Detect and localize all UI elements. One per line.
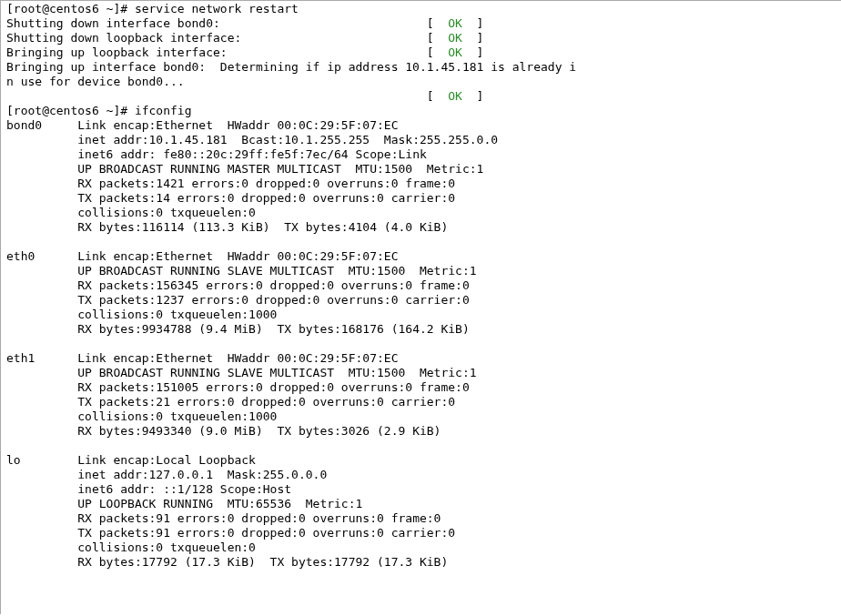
iface-line: TX packets:91 errors:0 dropped:0 overrun… — [77, 526, 455, 540]
iface-line: TX packets:21 errors:0 dropped:0 overrun… — [77, 395, 455, 409]
iface-line: collisions:0 txqueuelen:1000 — [77, 409, 277, 423]
iface-name: eth1 — [6, 351, 35, 365]
iface-line: TX packets:14 errors:0 dropped:0 overrun… — [77, 191, 455, 205]
cmd: ifconfig — [135, 104, 192, 117]
status-line — [6, 89, 427, 103]
iface-name: bond0 — [6, 118, 42, 132]
iface-line: RX packets:156345 errors:0 dropped:0 ove… — [77, 278, 469, 292]
iface-line: RX packets:151005 errors:0 dropped:0 ove… — [77, 380, 469, 394]
iface-line: UP BROADCAST RUNNING MASTER MULTICAST MT… — [77, 162, 483, 176]
iface-line: collisions:0 txqueuelen:0 — [77, 540, 256, 554]
status-ok: OK — [448, 89, 462, 103]
iface-line: inet6 addr: fe80::20c:29ff:fe5f:7ec/64 S… — [77, 147, 427, 161]
iface-line: Link encap:Ethernet HWaddr 00:0C:29:5F:0… — [77, 351, 398, 365]
status-line: Shutting down loopback interface: — [6, 31, 427, 45]
iface-line: RX packets:1421 errors:0 dropped:0 overr… — [77, 177, 455, 190]
status-line: Shutting down interface bond0: — [6, 16, 427, 30]
prompt: [root@centos6 ~]# — [6, 104, 127, 117]
iface-line: UP LOOPBACK RUNNING MTU:65536 Metric:1 — [77, 497, 362, 510]
iface-line: RX bytes:116114 (113.3 KiB) TX bytes:410… — [77, 220, 448, 234]
status-line: Bringing up loopback interface: — [6, 45, 427, 59]
iface-name: eth0 — [6, 249, 35, 263]
iface-line: Link encap:Ethernet HWaddr 00:0C:29:5F:0… — [77, 118, 398, 132]
status-ok: OK — [448, 45, 462, 59]
iface-line: inet addr:10.1.45.181 Bcast:10.1.255.255… — [77, 133, 498, 146]
iface-line: UP BROADCAST RUNNING SLAVE MULTICAST MTU… — [77, 264, 476, 278]
iface-line: inet addr:127.0.0.1 Mask:255.0.0.0 — [77, 468, 327, 481]
iface-line: UP BROADCAST RUNNING SLAVE MULTICAST MTU… — [77, 366, 476, 379]
iface-name: lo — [6, 453, 21, 467]
status-ok: OK — [448, 16, 462, 30]
iface-line: TX packets:1237 errors:0 dropped:0 overr… — [77, 293, 469, 307]
output-line: Bringing up interface bond0: Determining… — [6, 60, 576, 74]
iface-line: inet6 addr: ::1/128 Scope:Host — [77, 482, 291, 496]
cmd: service network restart — [135, 2, 299, 15]
iface-line: RX packets:91 errors:0 dropped:0 overrun… — [77, 511, 441, 525]
output-line: n use for device bond0... — [6, 75, 185, 88]
iface-line: Link encap:Local Loopback — [77, 453, 256, 467]
iface-line: collisions:0 txqueuelen:1000 — [77, 308, 277, 321]
prompt: [root@centos6 ~]# — [6, 2, 127, 15]
iface-line: RX bytes:17792 (17.3 KiB) TX bytes:17792… — [77, 555, 448, 569]
status-ok: OK — [448, 31, 462, 45]
iface-line: collisions:0 txqueuelen:0 — [77, 206, 256, 219]
iface-line: RX bytes:9934788 (9.4 MiB) TX bytes:1681… — [77, 322, 469, 336]
iface-line: Link encap:Ethernet HWaddr 00:0C:29:5F:0… — [77, 249, 398, 263]
iface-line: RX bytes:9493340 (9.0 MiB) TX bytes:3026… — [77, 424, 441, 438]
